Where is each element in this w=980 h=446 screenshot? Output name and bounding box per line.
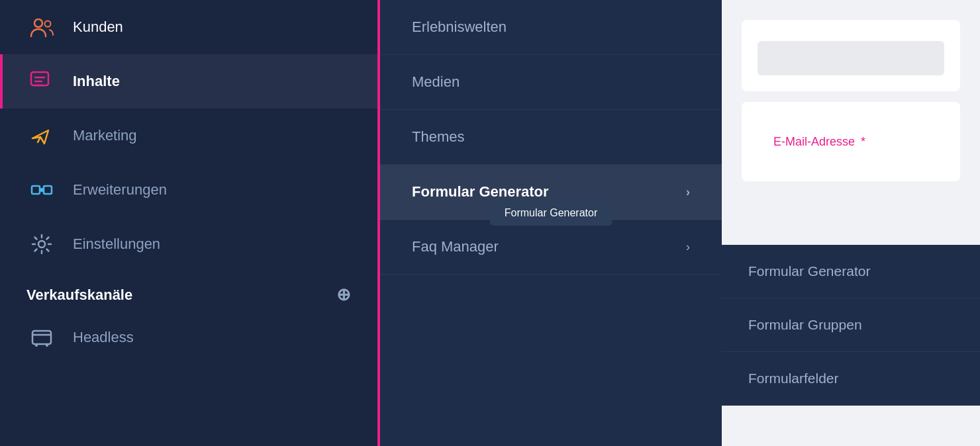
sidebar-item-headless[interactable]: Headless xyxy=(0,310,377,365)
submenu-item-formular-gruppen[interactable]: Formular Gruppen xyxy=(722,298,980,352)
dropdown-item-formular-generator[interactable]: Formular Generator › Formular Generator xyxy=(380,165,722,220)
submenu-formular-generator-label: Formular Generator xyxy=(748,263,870,279)
sidebar-item-kunden-label: Kunden xyxy=(73,19,123,36)
faq-manager-label: Faq Manager xyxy=(412,238,499,255)
dropdown-submenu: Formular Generator Formular Gruppen Form… xyxy=(722,245,980,406)
content-icon xyxy=(29,69,54,94)
marketing-icon xyxy=(29,123,54,148)
dropdown-item-themes[interactable]: Themes xyxy=(380,110,722,165)
sidebar-section-verkaufskanaele: Verkaufskanäle ⊕ xyxy=(0,271,377,310)
svg-point-8 xyxy=(40,188,44,192)
sidebar-item-erweiterungen-label: Erweiterungen xyxy=(73,181,167,199)
add-verkaufskanal-button[interactable]: ⊕ xyxy=(336,285,351,305)
sidebar-item-marketing[interactable]: Marketing xyxy=(0,109,377,163)
input-placeholder xyxy=(758,41,944,75)
dropdown-menu: Erlebniswelten Medien Themes Formular Ge… xyxy=(377,0,722,446)
svg-point-11 xyxy=(35,344,38,347)
verkaufskanaele-label: Verkaufskanäle xyxy=(26,287,132,304)
sidebar-item-marketing-label: Marketing xyxy=(73,127,137,144)
svg-point-9 xyxy=(38,241,45,247)
submenu-formularfelder-label: Formularfelder xyxy=(748,371,839,386)
sidebar-item-headless-label: Headless xyxy=(73,329,134,346)
formular-generator-label: Formular Generator xyxy=(412,183,549,201)
content-card xyxy=(742,20,960,91)
svg-point-1 xyxy=(45,21,51,27)
settings-icon xyxy=(29,232,54,257)
chevron-right-icon-2: › xyxy=(686,240,690,254)
svg-rect-6 xyxy=(32,186,40,194)
sidebar-item-erweiterungen[interactable]: Erweiterungen xyxy=(0,163,377,217)
medien-label: Medien xyxy=(412,73,460,91)
svg-rect-10 xyxy=(32,331,51,344)
submenu-item-formular-generator[interactable]: Formular Generator xyxy=(722,245,980,298)
submenu-item-formularfelder[interactable]: Formularfelder xyxy=(722,352,980,406)
erlebniswelten-label: Erlebniswelten xyxy=(412,19,507,36)
svg-point-0 xyxy=(34,19,42,27)
email-label-text: E-Mail-Adresse xyxy=(773,135,855,148)
dropdown-item-erlebniswelten[interactable]: Erlebniswelten xyxy=(380,0,722,55)
main-content: E-Mail-Adresse * Erlebniswelten Medien T… xyxy=(377,0,980,446)
cart-icon xyxy=(29,325,54,350)
svg-point-12 xyxy=(46,344,48,347)
extensions-icon xyxy=(29,177,54,202)
sidebar-item-kunden[interactable]: Kunden xyxy=(0,0,377,54)
email-label: E-Mail-Adresse * xyxy=(758,124,881,159)
submenu-formular-gruppen-label: Formular Gruppen xyxy=(748,317,862,332)
themes-label: Themes xyxy=(412,128,464,146)
sidebar-item-inhalte[interactable]: Inhalte xyxy=(0,54,377,109)
sidebar-item-einstellungen[interactable]: Einstellungen xyxy=(0,217,377,271)
sidebar: Kunden Inhalte Marketing xyxy=(0,0,377,446)
chevron-right-icon: › xyxy=(686,185,690,199)
svg-rect-7 xyxy=(44,186,52,194)
sidebar-item-inhalte-label: Inhalte xyxy=(73,73,120,90)
dropdown-item-faq-manager[interactable]: Faq Manager › xyxy=(380,220,722,275)
dropdown-item-medien[interactable]: Medien xyxy=(380,55,722,110)
sidebar-item-einstellungen-label: Einstellungen xyxy=(73,236,160,253)
users-icon xyxy=(29,15,54,40)
email-required-marker: * xyxy=(861,135,865,148)
svg-rect-2 xyxy=(31,72,48,85)
